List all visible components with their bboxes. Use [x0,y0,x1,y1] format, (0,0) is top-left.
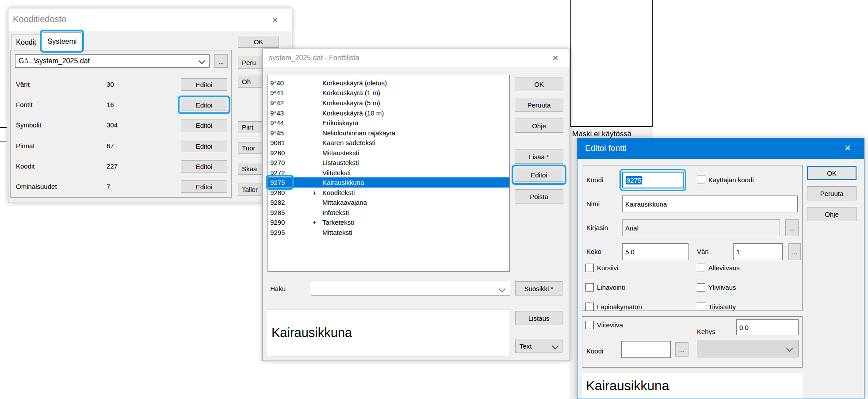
list-item[interactable]: 9*41 Korkeuskäyrä (1 m) [268,88,509,98]
koodi2-browse-button[interactable]: ... [675,342,688,357]
vari-input[interactable]: 1 [733,243,783,260]
tab-systeemi[interactable]: Systeemi [43,32,81,50]
editoi-pinnat-button[interactable]: Editoi [181,140,227,152]
ohje-label: Ohje [532,122,546,130]
list-item[interactable]: 9*43 Korkeuskäyrä (10 m) [268,108,509,118]
kursiivi-checkbox[interactable] [585,264,594,272]
font-code: 9290 [270,219,285,226]
editoi-varit-button[interactable]: Editoi [181,78,227,91]
row-ominaisuudet-label: Ominaisuudet [16,183,57,190]
font-name: Korkeuskäyrä (5 m) [322,99,380,107]
kehys-input[interactable]: 0.0 [736,319,799,335]
list-item[interactable]: 9280 + Kooditeksti [268,188,509,198]
tab-koodit[interactable]: Koodit [11,34,41,50]
ok-label: OK [254,38,264,46]
list-item[interactable]: 9272 Viiteteksti [268,168,509,178]
font-code: 9081 [270,139,285,146]
viiteviiva-label: Viiteviiva [597,321,623,329]
editoi-fontit-button[interactable]: Editoi [181,99,227,111]
row-pinnat-label: Pinnat [16,142,35,150]
ok-label: OK [534,81,544,88]
peruuta-button[interactable]: Peruuta [515,98,563,112]
koodi-value: 9275 [626,176,642,184]
font-code: 9295 [270,229,285,236]
kirjasin-input[interactable]: Arial [622,219,780,236]
kehys-label: Kehys [697,328,715,335]
ohje-label: Oh [242,78,251,85]
plus-icon: + [313,189,317,196]
peruuta-label: Peruuta [820,190,844,197]
ohje-button[interactable]: Ohje [807,207,857,221]
font-code: 9275 [270,179,285,186]
row-koodit-label: Koodit [16,162,35,170]
list-item[interactable]: 9295 Mittateksti [268,227,509,238]
list-item-selected[interactable]: 9275 Kairausikkuna [268,177,509,188]
list-item[interactable]: 9*42 Korkeuskäyrä (5 m) [268,98,509,108]
editoi-ominaisuudet-button[interactable]: Editoi [181,180,227,193]
ok-button[interactable]: OK [807,166,857,180]
poista-button[interactable]: Poista [515,189,563,203]
list-item[interactable]: 9*45 Neliölouhinnan rajakäyrä [268,128,509,138]
dialog3-title: Editoi fontti [585,143,627,153]
nimi-input[interactable]: Kairausikkuna [622,196,798,212]
text-mode-value: Text [520,342,532,350]
alleviivaus-checkbox[interactable] [697,264,705,272]
koodi-input[interactable]: 9275 [622,172,684,188]
browse-file-button[interactable]: ... [214,54,228,68]
vari-browse-button[interactable]: ... [788,243,801,260]
editoi-koodit-button[interactable]: Editoi [181,160,227,173]
row-koodit-value: 227 [107,162,118,170]
haku-combo[interactable] [311,282,510,296]
list-item[interactable]: 9*40 Korkeuskäyrä (oletus) [268,78,509,88]
ok-label: OK [827,169,837,177]
plus-icon: + [313,219,317,226]
list-item[interactable]: 9*44 Erikoiskäyrä [268,118,509,128]
list-item[interactable]: 9081 Kaaren sädeteksti [268,138,509,148]
ok-button[interactable]: OK [515,77,563,91]
list-item[interactable]: 9260 Mittausteksti [268,148,509,158]
listaus-button[interactable]: Listaus [515,311,562,325]
tallenna-label: Taller [242,186,258,193]
editoi-koodit-label: Editoi [196,163,213,170]
font-name: Mittausteksti [322,149,359,157]
peruuta-button[interactable]: Peruuta [807,186,857,200]
row-fontit-value: 16 [107,101,114,108]
viiteviiva-checkbox[interactable] [585,321,594,329]
system-file-combo[interactable]: G:\...\system_2025.dat [15,54,210,68]
editoi-symbolit-button[interactable]: Editoi [181,119,227,131]
font-preview-text: Kairausikkuna [586,378,669,393]
koko-input[interactable]: 5.0 [622,243,688,260]
koodi2-input[interactable] [621,341,671,358]
kirjasin-browse-label: ... [789,224,795,232]
canvas-window [570,0,653,127]
font-code: 9285 [270,209,285,216]
kursiivi-label: Kursiivi [597,264,618,272]
lisaa-button[interactable]: Lisää * [515,150,563,164]
koodi2-select[interactable] [697,340,799,357]
suosikki-button[interactable]: Suosikki * [515,281,562,295]
background-window-edge [0,141,7,142]
kayttajan-koodi-checkbox[interactable] [697,176,705,184]
ohje-button[interactable]: Ohje [515,119,563,133]
font-list[interactable]: 9*40 Korkeuskäyrä (oletus) 9*41 Korkeusk… [268,75,510,272]
list-item[interactable]: 9285 Infoteksti [268,207,509,218]
close-icon[interactable]: ✕ [552,54,558,62]
yliviivaus-checkbox[interactable] [697,283,705,292]
kayttajan-koodi-label: Käyttäjän koodi [708,176,754,184]
editoi-varit-label: Editoi [196,81,213,88]
mask-status-text: Maski ei käytössä [572,130,631,138]
ok-button[interactable]: OK [238,36,279,48]
lihavointi-checkbox[interactable] [585,283,594,292]
nimi-label: Nimi [586,200,600,207]
close-icon[interactable]: ✕ [272,16,278,24]
kirjasin-value: Arial [625,224,639,232]
close-icon[interactable]: ✕ [844,144,851,152]
list-item[interactable]: 9282 Mittakaavajana [268,197,509,207]
lapinakymaton-checkbox[interactable] [585,303,594,311]
tiivistetty-checkbox[interactable] [697,303,705,311]
kirjasin-browse-button[interactable]: ... [785,219,799,236]
list-item[interactable]: 9290 + Tarketeksti [268,217,509,227]
editoi-button[interactable]: Editoi [515,168,563,182]
row-symbolit-label: Symbolit [16,121,42,129]
list-item[interactable]: 9270 Listausteksti [268,157,509,168]
